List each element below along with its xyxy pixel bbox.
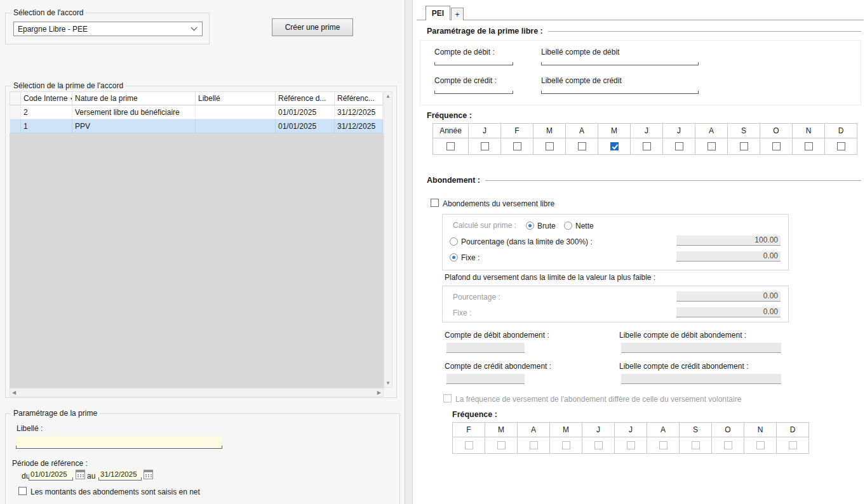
table-cell[interactable]: 01/01/2025 — [276, 119, 335, 133]
table-cell[interactable]: 01/01/2025 — [276, 105, 335, 119]
freq-checkbox-j[interactable] — [481, 142, 489, 150]
compte-debit-abondement-field — [446, 343, 525, 353]
tab-pei-label: PEI — [432, 9, 444, 18]
column-header[interactable]: Référenc... — [335, 91, 383, 105]
table-row[interactable]: 1PPV01/01/202531/12/2025 — [10, 119, 383, 133]
prime-param-groupbox: Paramétrage de la prime Libellé : Périod… — [5, 413, 400, 504]
freq-col-label: A — [647, 423, 680, 437]
compte-credit-abondement-label: Compte de crédit abondement : — [445, 362, 551, 371]
section-prime-libre-title: Paramétrage de la prime libre : — [427, 27, 543, 36]
compte-debit-input[interactable] — [434, 53, 513, 65]
horizontal-scrollbar[interactable]: ◀ ▶ — [10, 388, 384, 397]
scroll-right-icon[interactable]: ▶ — [377, 390, 381, 395]
frequence-table: AnnéeJFMAMJJASOND — [433, 123, 857, 155]
libelle-label: Libellé : — [17, 424, 43, 433]
freq-checkbox-m — [562, 441, 570, 449]
table-cell[interactable]: PPV — [72, 119, 196, 133]
freq-checkbox-m[interactable] — [610, 142, 619, 150]
scroll-down-icon[interactable]: ▼ — [386, 380, 391, 386]
net-amounts-checkbox[interactable] — [18, 487, 27, 495]
libelle-input[interactable] — [17, 436, 222, 449]
freq-checkbox-a[interactable] — [578, 142, 586, 150]
frequence-label: Fréquence : — [427, 111, 472, 120]
tab-content-border — [417, 20, 864, 20]
row-selector-cell[interactable] — [10, 119, 21, 133]
table-cell[interactable]: 31/12/2025 — [335, 119, 383, 133]
freq-col-label: N — [744, 423, 777, 437]
right-panel: PEI + Paramétrage de la prime libre : Co… — [413, 0, 865, 504]
table-cell[interactable] — [196, 105, 276, 119]
freq-col-label: D — [825, 124, 857, 138]
accord-select[interactable]: Epargne Libre - PEE — [13, 22, 203, 36]
calendar-icon[interactable] — [76, 470, 85, 479]
date-au-input[interactable]: 31/12/2025 — [99, 470, 141, 481]
table-cell[interactable]: 31/12/2025 — [335, 105, 383, 119]
freq-checkbox-m[interactable] — [546, 142, 554, 150]
freq-checkbox-n[interactable] — [805, 142, 813, 150]
section-rule — [548, 31, 861, 32]
radio-brute — [526, 222, 534, 230]
row-selector-header — [10, 91, 21, 105]
freq-checkbox-j[interactable] — [675, 142, 683, 150]
prime-table-header: Code Interne▼Nature de la primeLibelléRé… — [10, 91, 383, 105]
freq-cell — [550, 437, 582, 454]
plafond-fixe-label: Fixe : — [453, 308, 471, 317]
freq-checkbox-année[interactable] — [446, 142, 455, 150]
tab-pei[interactable]: PEI — [426, 6, 450, 20]
table-cell[interactable]: Versement libre du bénéficiaire — [72, 105, 196, 119]
freq-header-row: AnnéeJFMAMJJASOND — [433, 124, 857, 138]
freq-checkbox-o[interactable] — [772, 142, 781, 150]
au-label: au — [87, 472, 95, 481]
libelle-debit-input[interactable] — [541, 53, 699, 65]
table-row[interactable]: 2Versement libre du bénéficiaire01/01/20… — [10, 105, 383, 119]
panel-divider[interactable] — [405, 0, 413, 504]
create-prime-button[interactable]: Créer une prime — [272, 18, 353, 36]
table-cell[interactable]: 2 — [21, 105, 72, 119]
scroll-left-icon[interactable]: ◀ — [12, 390, 16, 395]
plafond-pourcentage-field: 0.00 — [676, 291, 781, 302]
freq-col-label: A — [566, 124, 598, 138]
freq-cell — [485, 437, 518, 454]
table-cell[interactable] — [196, 119, 276, 133]
prime-table-body: 2Versement libre du bénéficiaire01/01/20… — [10, 105, 383, 133]
libelle-credit-input[interactable] — [541, 82, 699, 94]
freq-col-label: N — [793, 124, 825, 138]
freq-checkbox-d[interactable] — [837, 142, 845, 150]
freq-checkbox-a[interactable] — [707, 142, 716, 150]
tab-add-label: + — [455, 10, 459, 19]
date-du-input[interactable]: 01/01/2025 — [29, 470, 72, 481]
row-selector-cell[interactable] — [10, 105, 21, 119]
tab-add[interactable]: + — [451, 8, 464, 20]
freq-col-label: F — [501, 124, 533, 138]
freq-col-label: M — [550, 423, 582, 437]
column-header[interactable]: Libellé — [196, 91, 276, 105]
prime-selection-groupbox: Sélection de la prime de l'accord Code I… — [5, 86, 397, 398]
freq-cell — [793, 138, 825, 155]
compte-credit-abondement-field — [446, 374, 525, 384]
freq-cell — [533, 138, 566, 155]
radio-fixe-label: Fixe : — [461, 253, 479, 262]
calendar-icon[interactable] — [144, 470, 153, 479]
libelle-credit-abondement-field — [621, 374, 781, 384]
libelle-debit-abondement-field — [621, 343, 781, 353]
freq-checkbox-j[interactable] — [643, 142, 651, 150]
periode-label: Période de référence : — [12, 459, 88, 468]
freq-checkbox-f[interactable] — [513, 142, 521, 150]
scroll-up-icon[interactable]: ▲ — [386, 93, 391, 99]
column-header[interactable]: Nature de la prime — [72, 91, 196, 105]
freq-col-label: S — [728, 124, 760, 138]
freq-checkbox-s — [692, 441, 700, 449]
freq-col-label: M — [598, 124, 631, 138]
abondements-checkbox[interactable] — [431, 199, 439, 207]
section-abondement: Abondement : — [427, 176, 861, 185]
vertical-scrollbar[interactable]: ▲ ▼ — [384, 91, 392, 388]
column-header[interactable]: Référence d... — [276, 91, 335, 105]
compte-credit-input[interactable] — [434, 82, 513, 94]
freq-differ-label: La fréquence de versement de l'abondemen… — [455, 395, 741, 404]
freq-checkbox-s[interactable] — [740, 142, 748, 150]
table-cell[interactable]: 1 — [21, 119, 72, 133]
left-panel: Sélection de l'accord Epargne Libre - PE… — [0, 0, 405, 504]
column-header[interactable]: Code Interne▼ — [21, 91, 72, 105]
calcule-sur-prime-label: Calculé sur prime : — [453, 221, 516, 230]
section-prime-libre: Paramétrage de la prime libre : — [427, 27, 861, 36]
